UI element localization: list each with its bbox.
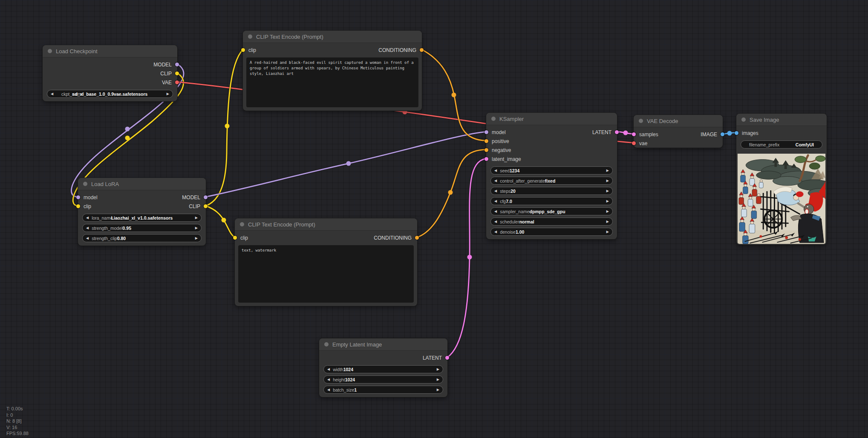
MODEL-output-port[interactable] bbox=[175, 63, 179, 66]
collapse-dot-icon[interactable] bbox=[48, 49, 52, 53]
decrement-arrow[interactable]: ◀ bbox=[494, 230, 497, 234]
link-midpoint-dot[interactable] bbox=[467, 255, 472, 260]
collapse-dot-icon[interactable] bbox=[324, 342, 329, 346]
widget-ckpt_name[interactable]: ◀ckpt_namesd_xl_base_1.0_0.9vae.safetens… bbox=[47, 90, 173, 98]
collapse-dot-icon[interactable] bbox=[248, 34, 252, 39]
node-clip-text-encode-negative[interactable]: CLIP Text Encode (Prompt)clipCONDITIONIN… bbox=[235, 218, 417, 306]
node-load-lora[interactable]: Load LoRAmodelMODELclipCLIP◀lora_nameLia… bbox=[78, 178, 206, 246]
prompt-text[interactable]: A red-haired and black-faced evil spirit… bbox=[246, 57, 418, 107]
increment-arrow[interactable]: ▶ bbox=[195, 237, 198, 240]
LATENT-output-port[interactable] bbox=[445, 356, 449, 360]
widget-control_after_generate[interactable]: ◀control_after_generatefixed▶ bbox=[490, 177, 613, 185]
prompt-text[interactable]: text, watermark bbox=[238, 245, 414, 303]
collapse-dot-icon[interactable] bbox=[491, 117, 496, 121]
collapse-dot-icon[interactable] bbox=[741, 117, 746, 122]
decrement-arrow[interactable]: ◀ bbox=[86, 216, 89, 220]
node-empty-latent-image[interactable]: Empty Latent ImageLATENT◀width1024▶◀heig… bbox=[319, 338, 447, 397]
node-title[interactable]: CLIP Text Encode (Prompt) bbox=[235, 218, 417, 231]
link-midpoint-dot[interactable] bbox=[727, 131, 732, 136]
node-load-checkpoint[interactable]: Load CheckpointMODELCLIPVAE◀ckpt_namesd_… bbox=[43, 45, 177, 101]
widget-cfg[interactable]: ◀cfg7.0▶ bbox=[490, 197, 613, 205]
increment-arrow[interactable]: ▶ bbox=[606, 189, 609, 193]
node-graph-canvas[interactable]: Load CheckpointMODELCLIPVAE◀ckpt_namesd_… bbox=[0, 0, 868, 438]
node-title[interactable]: CLIP Text Encode (Prompt) bbox=[243, 31, 422, 43]
link-midpoint-dot[interactable] bbox=[225, 124, 230, 129]
decrement-arrow[interactable]: ◀ bbox=[494, 179, 497, 183]
widget-scheduler[interactable]: ◀schedulernormal▶ bbox=[490, 218, 613, 226]
link-midpoint-dot[interactable] bbox=[452, 93, 456, 97]
samples-input-port[interactable] bbox=[632, 132, 636, 136]
model-input-port[interactable] bbox=[484, 130, 488, 134]
widget-strength_model[interactable]: ◀strength_model0.95▶ bbox=[82, 224, 202, 232]
increment-arrow[interactable]: ▶ bbox=[606, 230, 609, 234]
node-title[interactable]: Load LoRA bbox=[78, 178, 206, 190]
collapse-dot-icon[interactable] bbox=[240, 222, 244, 226]
widget-sampler_name[interactable]: ◀sampler_namedpmpp_sde_gpu▶ bbox=[490, 207, 613, 215]
widget-width[interactable]: ◀width1024▶ bbox=[323, 365, 443, 373]
CONDITIONING-output-port[interactable] bbox=[415, 236, 419, 240]
increment-arrow[interactable]: ▶ bbox=[195, 216, 198, 220]
link-midpoint-dot[interactable] bbox=[222, 218, 226, 223]
increment-arrow[interactable]: ▶ bbox=[606, 210, 609, 213]
widget-height[interactable]: ◀height1024▶ bbox=[323, 375, 443, 384]
widget-batch_size[interactable]: ◀batch_size1▶ bbox=[323, 386, 443, 394]
widget-filename_prefix[interactable]: filename_prefixComfyUI bbox=[741, 140, 822, 149]
model-input-port[interactable] bbox=[76, 195, 80, 199]
increment-arrow[interactable]: ▶ bbox=[437, 388, 439, 392]
increment-arrow[interactable]: ▶ bbox=[606, 169, 609, 172]
decrement-arrow[interactable]: ◀ bbox=[494, 169, 497, 172]
link-midpoint-dot[interactable] bbox=[623, 131, 628, 135]
CLIP-output-port[interactable] bbox=[175, 72, 179, 75]
node-clip-text-encode-positive[interactable]: CLIP Text Encode (Prompt)clipCONDITIONIN… bbox=[243, 31, 422, 111]
clip-input-port[interactable] bbox=[76, 204, 80, 208]
decrement-arrow[interactable]: ◀ bbox=[494, 200, 497, 203]
collapse-dot-icon[interactable] bbox=[639, 119, 643, 123]
node-title[interactable]: Load Checkpoint bbox=[43, 45, 177, 57]
increment-arrow[interactable]: ▶ bbox=[606, 220, 609, 223]
widget-steps[interactable]: ◀steps20▶ bbox=[490, 187, 613, 195]
increment-arrow[interactable]: ▶ bbox=[606, 200, 609, 203]
VAE-output-port[interactable] bbox=[175, 80, 179, 84]
link-midpoint-dot[interactable] bbox=[346, 161, 351, 166]
widget-strength_clip[interactable]: ◀strength_clip0.80▶ bbox=[82, 234, 202, 242]
IMAGE-output-port[interactable] bbox=[721, 132, 724, 136]
increment-arrow[interactable]: ▶ bbox=[437, 378, 439, 381]
LATENT-output-port[interactable] bbox=[615, 130, 619, 134]
decrement-arrow[interactable]: ◀ bbox=[494, 220, 497, 223]
decrement-arrow[interactable]: ◀ bbox=[51, 92, 53, 96]
clip-input-port[interactable] bbox=[233, 236, 237, 240]
CONDITIONING-output-port[interactable] bbox=[420, 48, 424, 52]
node-vae-decode[interactable]: VAE DecodesamplesIMAGEvae bbox=[634, 115, 723, 148]
CLIP-output-port[interactable] bbox=[204, 204, 208, 208]
link-midpoint-dot[interactable] bbox=[448, 190, 453, 195]
node-title[interactable]: VAE Decode bbox=[634, 115, 723, 127]
decrement-arrow[interactable]: ◀ bbox=[86, 226, 89, 230]
increment-arrow[interactable]: ▶ bbox=[195, 226, 198, 230]
widget-denoise[interactable]: ◀denoise1.00▶ bbox=[490, 228, 613, 236]
decrement-arrow[interactable]: ◀ bbox=[327, 378, 330, 381]
node-title[interactable]: Save Image bbox=[736, 114, 827, 126]
latent_image-input-port[interactable] bbox=[484, 157, 488, 161]
positive-input-port[interactable] bbox=[484, 139, 488, 143]
node-title[interactable]: Empty Latent Image bbox=[319, 338, 447, 351]
link-midpoint-dot[interactable] bbox=[125, 127, 130, 132]
MODEL-output-port[interactable] bbox=[204, 195, 208, 199]
node-title[interactable]: KSampler bbox=[486, 113, 617, 125]
collapse-dot-icon[interactable] bbox=[83, 182, 87, 186]
widget-lora_name[interactable]: ◀lora_nameLiaozhai_xl_v1.0.safetensors▶ bbox=[82, 214, 202, 222]
decrement-arrow[interactable]: ◀ bbox=[494, 189, 497, 193]
node-ksampler[interactable]: KSamplermodelLATENTpositivenegativelaten… bbox=[486, 113, 617, 239]
widget-seed[interactable]: ◀seed1234▶ bbox=[490, 166, 613, 175]
increment-arrow[interactable]: ▶ bbox=[606, 179, 609, 183]
vae-input-port[interactable] bbox=[632, 141, 636, 145]
clip-input-port[interactable] bbox=[241, 48, 245, 52]
decrement-arrow[interactable]: ◀ bbox=[327, 388, 330, 392]
increment-arrow[interactable]: ▶ bbox=[437, 368, 439, 371]
node-save-image[interactable]: Save Imageimagesfilename_prefixComfyUI bbox=[736, 114, 827, 245]
increment-arrow[interactable]: ▶ bbox=[167, 92, 169, 96]
decrement-arrow[interactable]: ◀ bbox=[327, 368, 330, 371]
images-input-port[interactable] bbox=[735, 131, 738, 135]
decrement-arrow[interactable]: ◀ bbox=[86, 237, 89, 240]
negative-input-port[interactable] bbox=[484, 148, 488, 152]
link-midpoint-dot[interactable] bbox=[125, 136, 130, 140]
